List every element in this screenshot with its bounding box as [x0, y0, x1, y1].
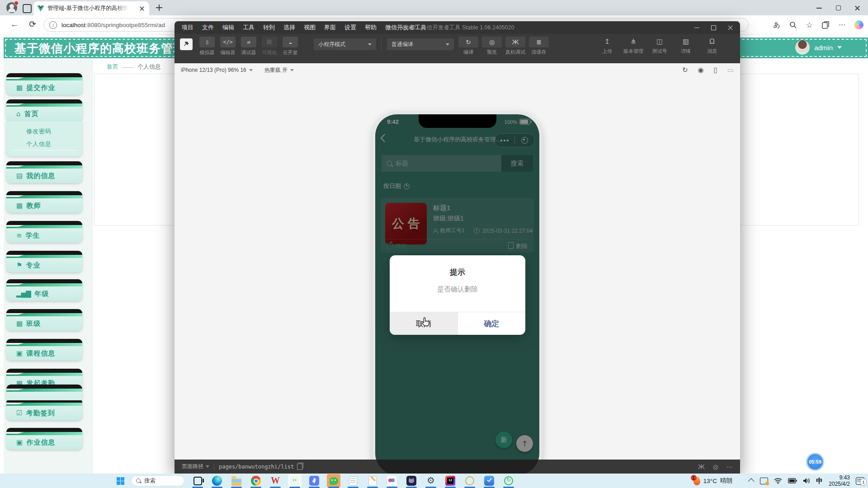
back-icon[interactable]: ←: [10, 20, 19, 29]
toolbar-tool[interactable]: 田 可视化: [260, 37, 278, 56]
sidebar-item[interactable]: ▣ 作业信息: [6, 428, 82, 450]
taskbar-app[interactable]: [327, 474, 340, 488]
toolbar-action[interactable]: ↻ 编译: [458, 37, 478, 56]
window-minimize-icon[interactable]: [816, 5, 822, 10]
taskbar-clock[interactable]: 9:43 2025/4/2: [829, 474, 850, 487]
display-sync-icon[interactable]: [760, 478, 768, 484]
taskbar-app[interactable]: [366, 474, 379, 488]
zoom-icon[interactable]: [789, 21, 797, 29]
taskbar-app[interactable]: [230, 474, 243, 488]
menu-item[interactable]: 帮助: [365, 23, 377, 32]
collections-icon[interactable]: [822, 21, 830, 29]
translate-icon[interactable]: あ: [773, 21, 780, 29]
toolbar-right-action[interactable]: ▥ 详情: [676, 37, 696, 55]
sidebar-item[interactable]: ☑ 考勤签到: [6, 399, 82, 420]
cast-icon[interactable]: ▭: [727, 66, 734, 74]
taskbar-app[interactable]: [463, 474, 476, 488]
more-menu-icon[interactable]: ⋯: [839, 21, 845, 29]
menu-item[interactable]: 转到: [263, 23, 275, 32]
toolbar-action[interactable]: Ж 真机调试: [505, 37, 525, 56]
taskbar-app[interactable]: [307, 474, 321, 488]
toolbar-tool[interactable]: ⇄ 调试器: [240, 37, 258, 56]
menu-item[interactable]: 文件: [202, 23, 214, 32]
window-maximize-icon[interactable]: [835, 5, 841, 10]
hot-reload-select[interactable]: 热重载 开: [264, 66, 294, 74]
menu-item[interactable]: 项目: [182, 23, 193, 32]
taskbar-weather[interactable]: 1 13°C 晴朗: [693, 474, 732, 488]
toolbar-right-action[interactable]: Ω 消息: [702, 37, 722, 55]
taskbar-search[interactable]: 搜索: [131, 475, 184, 486]
sidebar-item[interactable]: ▣ 课程信息: [6, 339, 82, 361]
phone-frame-icon[interactable]: ▯: [714, 66, 717, 74]
tab-close-icon[interactable]: [138, 5, 146, 12]
new-tab-button[interactable]: [156, 4, 163, 11]
mode-select[interactable]: 小程序模式: [314, 38, 376, 50]
reload-icon[interactable]: ⟳: [28, 20, 37, 29]
taskbar-app[interactable]: [269, 474, 282, 488]
taskbar-app[interactable]: [191, 474, 204, 488]
browser-tab[interactable]: 管理端-基于微信小程序的高校班: [33, 1, 149, 15]
taskbar-app[interactable]: [502, 474, 515, 488]
sidebar-item[interactable]: ≡ 学生: [6, 221, 82, 243]
toolbar-right-action[interactable]: ↥ 上传: [597, 37, 617, 55]
page-path-label[interactable]: 页面路径: [182, 463, 209, 470]
wifi-icon[interactable]: [774, 478, 782, 484]
bug-icon[interactable]: Ж: [698, 463, 705, 470]
speaker-icon[interactable]: [803, 478, 810, 484]
toolbar-tool[interactable]: </> 编辑器: [219, 37, 237, 56]
sidebar-subitem-personal-info[interactable]: 个人信息: [26, 140, 52, 148]
taskbar-app[interactable]: [385, 474, 399, 488]
sidebar-item[interactable]: ▦ 提交作业: [6, 73, 82, 95]
floating-clock-widget[interactable]: 05:59: [806, 453, 824, 471]
sidebar-item[interactable]: ▦ 教师: [6, 191, 82, 213]
toolbar-action[interactable]: ◎ 预览: [482, 37, 502, 56]
copy-icon[interactable]: [297, 464, 302, 470]
taskbar-app[interactable]: [443, 474, 457, 488]
taskbar-app[interactable]: [288, 474, 302, 488]
device-select[interactable]: iPhone 12/13 (Pro) 96% 16: [181, 67, 253, 73]
sidebar-item[interactable]: ▤ 我的信息: [6, 161, 82, 183]
toolbar-right-action[interactable]: ◫ 测试号: [650, 37, 670, 55]
confirm-button[interactable]: 确定: [458, 312, 526, 335]
menu-item[interactable]: 微信开发者工具: [385, 23, 426, 32]
taskbar-app[interactable]: [482, 474, 496, 488]
notification-icon[interactable]: 1: [856, 477, 864, 485]
compile-mode-select[interactable]: 普通编译: [387, 38, 454, 50]
devtools-close-icon[interactable]: [728, 25, 733, 30]
battery-icon[interactable]: [788, 478, 797, 483]
rotate-icon[interactable]: ↻: [682, 66, 688, 74]
devtools-maximize-icon[interactable]: [711, 25, 716, 30]
toolbar-action[interactable]: ≣ 清缓存: [529, 37, 549, 56]
toolbar-right-action[interactable]: ⋔ 版本管理: [623, 37, 643, 55]
pin-icon[interactable]: [180, 38, 193, 50]
taskbar-app[interactable]: [346, 474, 360, 488]
breadcrumb-home[interactable]: 首页: [107, 63, 118, 71]
sidebar-item-partial[interactable]: [6, 385, 82, 400]
sidebar-item[interactable]: ▦ 班级: [6, 309, 82, 331]
taskbar-app[interactable]: [210, 474, 224, 488]
window-close-icon[interactable]: [854, 5, 860, 10]
tab-actions-icon[interactable]: [23, 4, 32, 13]
devtools-minimize-icon[interactable]: [694, 25, 699, 30]
menu-item[interactable]: 工具: [243, 23, 255, 32]
tray-chevron-icon[interactable]: [748, 478, 755, 484]
menu-item[interactable]: 编辑: [222, 23, 234, 32]
sidebar-item[interactable]: ▂▅▇ 年级: [6, 279, 82, 301]
sidebar-subitem-change-password[interactable]: 修改密码: [26, 127, 52, 136]
sidebar-item[interactable]: ⚑ 专业: [6, 251, 82, 272]
toolbar-tool[interactable]: ▯ 模拟器: [198, 37, 216, 56]
site-info-icon[interactable]: i: [49, 21, 57, 29]
menu-item[interactable]: 界面: [324, 23, 336, 32]
start-button[interactable]: [114, 474, 127, 487]
user-menu[interactable]: admin: [795, 40, 842, 55]
favorite-star-icon[interactable]: ☆: [806, 20, 813, 30]
statusbar-more-icon[interactable]: ⋯: [726, 463, 733, 470]
record-icon[interactable]: ◉: [698, 66, 703, 74]
menu-item[interactable]: 设置: [344, 23, 356, 32]
sidebar-item[interactable]: ⌂ 首页: [6, 99, 82, 121]
perf-icon[interactable]: ◎: [713, 463, 718, 470]
toolbar-tool[interactable]: ☁ 云开发: [281, 37, 299, 56]
taskbar-app[interactable]: [249, 474, 263, 488]
copilot-icon[interactable]: [854, 20, 863, 29]
taskbar-app[interactable]: [405, 474, 418, 488]
